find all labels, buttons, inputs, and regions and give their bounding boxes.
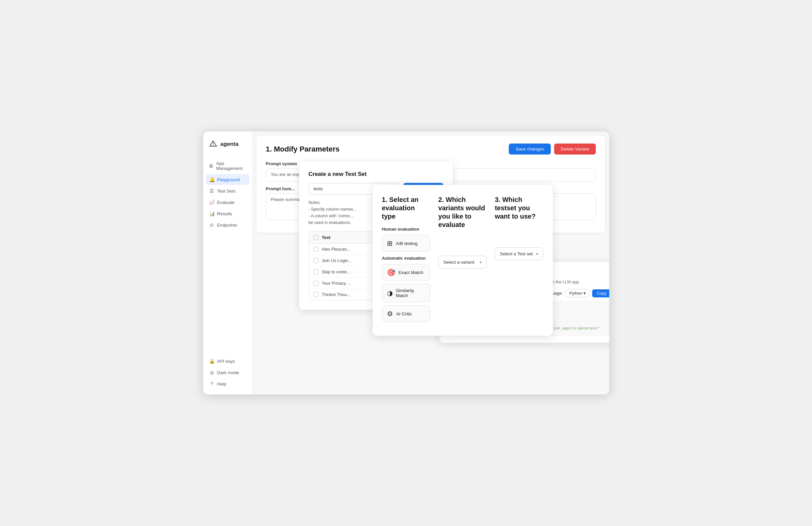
- eval-col3-title: 3. Which testset you want to use?: [495, 196, 543, 221]
- similarity-match-label: Similarity Match: [396, 288, 425, 298]
- sidebar-item-label: Evaluate: [217, 200, 235, 205]
- test-sets-icon: ☰: [209, 188, 215, 194]
- evaluate-icon: 📈: [209, 200, 215, 205]
- language-dropdown-icon: ▾: [583, 291, 586, 296]
- results-icon: 📊: [209, 211, 215, 216]
- eval-col-testset: 3. Which testset you want to use? Select…: [495, 196, 543, 325]
- app-management-icon: ⊞: [209, 163, 214, 169]
- auto-eval-label: Automatic evaluation: [382, 256, 430, 261]
- testset-chevron-icon: ▾: [536, 252, 538, 256]
- language-selector[interactable]: Python ▾: [565, 289, 590, 297]
- sidebar-item-label: API keys: [217, 359, 235, 364]
- sidebar-item-test-sets[interactable]: ☰ Test Sets: [206, 186, 249, 196]
- ai-critic-label: AI Critic: [396, 311, 412, 316]
- api-keys-icon: 🔒: [209, 358, 215, 364]
- sidebar-item-label: Help: [217, 382, 227, 386]
- evaluation-type-card: 1. Select an evaluation type Human evalu…: [373, 185, 553, 336]
- sidebar-item-label: Results: [217, 211, 232, 216]
- ab-testing-option[interactable]: ⊞ A/B testing: [382, 235, 430, 252]
- agenta-logo-icon: [208, 140, 218, 149]
- language-value: Python: [569, 291, 582, 296]
- sidebar-item-label: Endpoints: [217, 223, 237, 228]
- sidebar-item-api-keys[interactable]: 🔒 API keys: [206, 356, 249, 367]
- sidebar-nav: ⊞ App Management 🔔 Playground ☰ Test Set…: [203, 158, 252, 356]
- row-checkbox-3[interactable]: [314, 281, 319, 286]
- eval-col-type: 1. Select an evaluation type Human evalu…: [382, 196, 430, 325]
- sidebar-item-playground[interactable]: 🔔 Playground: [206, 174, 249, 185]
- select-all-checkbox[interactable]: [314, 235, 319, 240]
- row-text-2: Skip to conte...: [322, 269, 351, 274]
- testset-placeholder: Select a Test set: [500, 251, 533, 256]
- copy-button[interactable]: Copy: [592, 289, 609, 297]
- ai-critic-option[interactable]: ⚙ AI Critic: [382, 305, 430, 322]
- text-column-header: Text: [322, 235, 331, 240]
- sidebar-item-help[interactable]: ? Help: [206, 379, 249, 389]
- delete-variant-button[interactable]: Delete Variant: [554, 143, 596, 155]
- select-testset-dropdown[interactable]: Select a Test set ▾: [495, 247, 543, 260]
- sidebar-footer: 🔒 API keys ◎ Dark mode ? Help: [203, 356, 252, 389]
- sidebar-item-label: Test Sets: [217, 188, 236, 194]
- sidebar-item-label: App Management: [216, 161, 246, 171]
- row-checkbox-2[interactable]: [314, 269, 319, 274]
- exact-match-label: Exact Match: [398, 270, 423, 275]
- exact-match-option[interactable]: 🎯 Exact Match: [382, 264, 430, 281]
- human-eval-label: Human evaluation: [382, 227, 430, 232]
- modify-header: 1. Modify Parameters Save changes Delete…: [266, 143, 596, 155]
- variant-chevron-icon: ▾: [480, 260, 482, 265]
- row-checkbox-1[interactable]: [314, 258, 319, 263]
- testset-title: Create a new Test Set: [308, 171, 444, 177]
- row-text-3: Your Privacy ...: [322, 281, 351, 286]
- similarity-match-option[interactable]: ◑ Similarity Match: [382, 284, 430, 302]
- save-changes-button[interactable]: Save changes: [509, 143, 551, 155]
- modify-buttons: Save changes Delete Variant: [509, 143, 595, 155]
- sidebar-item-app-management[interactable]: ⊞ App Management: [206, 158, 249, 173]
- dark-mode-icon: ◎: [209, 370, 215, 375]
- row-text-0: Alex Plescan...: [322, 247, 351, 252]
- sidebar-item-label: Playground: [217, 177, 240, 182]
- sidebar-item-label: Dark mode: [217, 370, 239, 375]
- row-checkbox-4[interactable]: [314, 292, 319, 297]
- logo-text: agenta: [220, 141, 239, 147]
- ab-testing-icon: ⊞: [387, 239, 393, 247]
- sidebar: agenta ⊞ App Management 🔔 Playground ☰ T…: [203, 131, 252, 395]
- sidebar-item-evaluate[interactable]: 📈 Evaluate: [206, 197, 249, 208]
- row-text-4: Thinkst Thou...: [322, 292, 351, 297]
- select-variant-dropdown[interactable]: Select a variant ▾: [438, 256, 487, 269]
- ab-testing-label: A/B testing: [396, 241, 418, 246]
- row-text-1: Join Us Login...: [322, 258, 352, 263]
- eval-col1-title: 1. Select an evaluation type: [382, 196, 430, 221]
- modify-title: 1. Modify Parameters: [266, 145, 339, 154]
- playground-icon: 🔔: [209, 177, 215, 182]
- eval-columns: 1. Select an evaluation type Human evalu…: [382, 196, 543, 325]
- ai-critic-icon: ⚙: [387, 310, 393, 318]
- endpoints-icon: ⊙: [209, 222, 215, 228]
- row-checkbox-0[interactable]: [314, 247, 319, 252]
- eval-col2-title: 2. Which variants would you like to eval…: [438, 196, 487, 229]
- exact-match-icon: 🎯: [387, 268, 395, 276]
- help-icon: ?: [209, 381, 215, 386]
- sidebar-item-endpoints[interactable]: ⊙ Endpoints: [206, 219, 249, 230]
- sidebar-item-results[interactable]: 📊 Results: [206, 208, 249, 219]
- variant-placeholder: Select a variant: [444, 260, 474, 265]
- similarity-match-icon: ◑: [387, 289, 393, 297]
- logo: agenta: [203, 140, 252, 149]
- main-content: 1. Modify Parameters Save changes Delete…: [252, 131, 609, 395]
- sidebar-item-dark-mode[interactable]: ◎ Dark mode: [206, 367, 249, 378]
- eval-col-variants: 2. Which variants would you like to eval…: [438, 196, 487, 325]
